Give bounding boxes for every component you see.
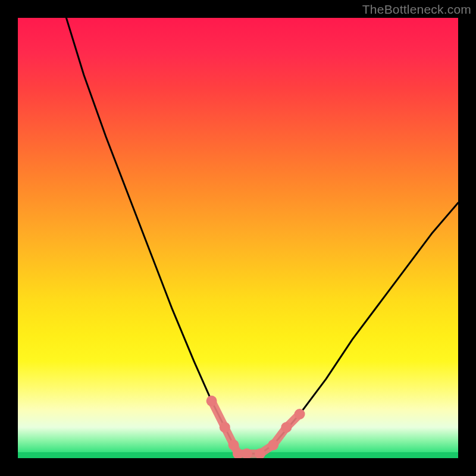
plot-area: [18, 18, 458, 458]
highlight-dot: [268, 440, 278, 450]
bottleneck-curve: [18, 18, 458, 458]
highlight-dots: [206, 396, 305, 458]
chart-frame: TheBottleneck.com: [0, 0, 476, 476]
highlight-dot: [281, 422, 292, 433]
highlight-dot: [206, 396, 217, 406]
watermark-text: TheBottleneck.com: [362, 2, 471, 17]
highlight-dot: [295, 409, 305, 419]
highlight-dot: [220, 422, 230, 433]
curve-line: [66, 18, 458, 454]
